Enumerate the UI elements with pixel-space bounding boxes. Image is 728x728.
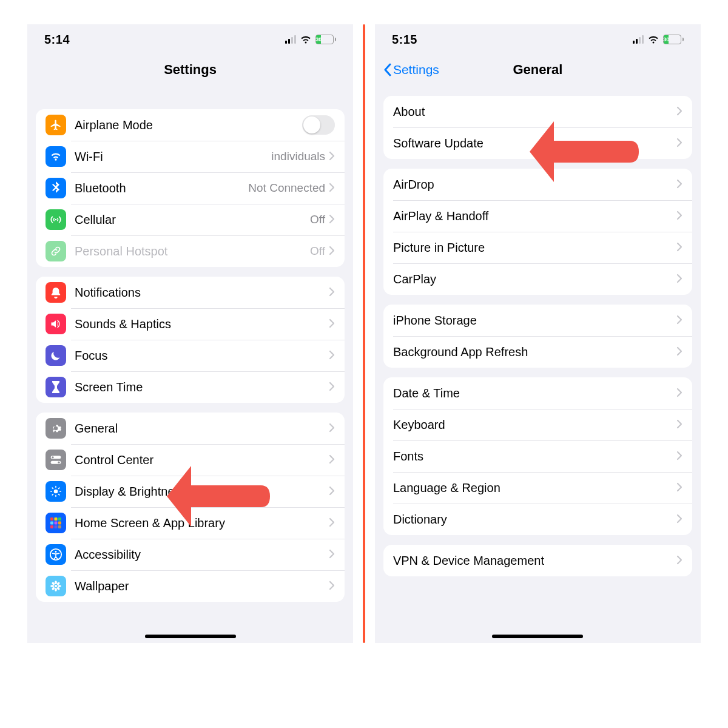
svg-point-18 [55,588,57,592]
row-personal-hotspot[interactable]: Personal HotspotOff [36,235,345,267]
row-value: individuals [271,150,325,163]
page-title: Settings [164,62,217,78]
settings-group: Date & TimeKeyboardFontsLanguage & Regio… [383,377,692,535]
settings-group: AboutSoftware Update [383,96,692,159]
accessibility-icon [46,544,66,565]
row-label: Bluetooth [75,181,248,195]
row-label: Picture in Picture [393,241,676,255]
chevron-right-icon [676,418,682,432]
row-label: AirPlay & Handoff [393,209,676,223]
settings-group: Airplane ModeWi-FiindividualsBluetoothNo… [36,109,345,267]
row-language-region[interactable]: Language & Region [383,472,692,504]
row-accessibility[interactable]: Accessibility [36,539,345,570]
row-label: VPN & Device Management [393,554,676,568]
bell-icon [46,282,66,303]
chevron-right-icon [329,453,335,467]
row-sounds-haptics[interactable]: Sounds & Haptics [36,308,345,340]
svg-point-20 [58,585,61,587]
row-focus[interactable]: Focus [36,340,345,371]
row-bluetooth[interactable]: BluetoothNot Connected [36,172,345,204]
row-cellular[interactable]: CellularOff [36,204,345,235]
svg-point-16 [55,585,57,587]
svg-rect-7 [58,517,61,521]
row-control-center[interactable]: Control Center [36,444,345,476]
row-label: Accessibility [75,548,329,562]
row-label: AirDrop [393,178,676,192]
bluetooth-icon [46,178,66,198]
row-label: Dictionary [393,513,676,527]
row-screen-time[interactable]: Screen Time [36,371,345,403]
row-value: Not Connected [248,181,325,195]
row-wallpaper[interactable]: Wallpaper [36,570,345,602]
moon-icon [46,345,66,366]
toggle-switch[interactable] [302,115,335,135]
svg-rect-10 [58,522,61,525]
row-label: Keyboard [393,418,676,432]
screenshot-divider [363,24,365,643]
row-dictionary[interactable]: Dictionary [383,504,692,535]
row-home-screen-app-library[interactable]: Home Screen & App Library [36,507,345,539]
status-bar: 5:14 30 [27,24,353,55]
cellular-signal-icon [633,35,644,44]
row-software-update[interactable]: Software Update [383,127,692,159]
row-label: CarPlay [393,272,676,286]
settings-group: AirDropAirPlay & HandoffPicture in Pictu… [383,169,692,295]
row-label: Background App Refresh [393,345,676,359]
row-airplay-handoff[interactable]: AirPlay & Handoff [383,200,692,232]
row-label: Wi-Fi [75,150,271,164]
svg-point-3 [58,462,59,463]
grid-icon [46,513,66,533]
chevron-right-icon [676,209,682,223]
row-wifi[interactable]: Wi-Fiindividuals [36,141,345,172]
row-label: General [75,422,329,436]
row-value: Off [310,244,325,258]
chevron-right-icon [329,485,335,499]
row-airplane-mode[interactable]: Airplane Mode [36,109,345,141]
row-date-time[interactable]: Date & Time [383,377,692,409]
chevron-right-icon [676,554,682,568]
row-label: Display & Brightness [75,485,329,499]
chevron-right-icon [329,181,335,195]
wifi-icon [46,146,66,167]
row-keyboard[interactable]: Keyboard [383,409,692,440]
row-iphone-storage[interactable]: iPhone Storage [383,305,692,336]
row-label: Wallpaper [75,579,329,593]
svg-rect-6 [55,517,58,521]
svg-point-15 [55,551,57,553]
speaker-icon [46,314,66,334]
row-carplay[interactable]: CarPlay [383,263,692,295]
chevron-right-icon [676,481,682,495]
row-airdrop[interactable]: AirDrop [383,169,692,200]
status-time: 5:15 [392,33,417,47]
home-indicator[interactable] [145,635,236,638]
gear-icon [46,418,66,439]
svg-rect-5 [50,517,53,521]
settings-group: NotificationsSounds & HapticsFocusScreen… [36,277,345,403]
cellular-signal-icon [285,35,296,44]
home-indicator[interactable] [492,635,583,638]
chevron-right-icon [676,105,682,119]
chevron-right-icon [329,213,335,227]
row-vpn-device-management[interactable]: VPN & Device Management [383,545,692,576]
status-time: 5:14 [44,33,70,47]
chevron-right-icon [329,579,335,593]
nav-header: Settings General [375,55,701,85]
row-display-brightness[interactable]: Display & Brightness [36,476,345,507]
chevron-right-icon [676,178,682,192]
sun-icon [46,481,66,502]
svg-point-19 [50,585,54,587]
page-title: General [513,62,563,78]
row-notifications[interactable]: Notifications [36,277,345,308]
row-label: Sounds & Haptics [75,317,329,331]
back-button[interactable]: Settings [383,62,439,77]
row-general[interactable]: General [36,413,345,444]
row-label: Language & Region [393,481,676,495]
row-picture-in-picture[interactable]: Picture in Picture [383,232,692,263]
row-background-app-refresh[interactable]: Background App Refresh [383,336,692,368]
chevron-right-icon [676,314,682,328]
battery-icon: 30 [315,35,336,44]
row-label: iPhone Storage [393,314,676,328]
row-fonts[interactable]: Fonts [383,440,692,472]
switches-icon [46,450,66,470]
row-about[interactable]: About [383,96,692,127]
